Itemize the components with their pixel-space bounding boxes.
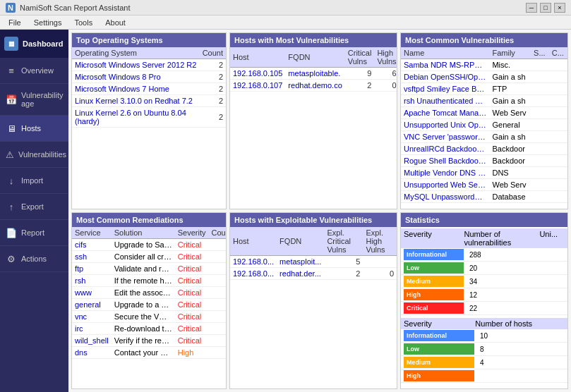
cv-name-cell[interactable]: Samba NDR MS-RPC Request Heap-...	[401, 59, 489, 71]
cv-family-cell: FTP	[489, 83, 531, 95]
host-num-col-header: Number of hosts	[475, 319, 565, 328]
cv-s-cell	[531, 83, 549, 95]
cv-c-cell	[549, 179, 567, 191]
hosts-vulns-table: Host FQDN Critical Vulns High Vulns 192.…	[230, 47, 397, 92]
cv-name-cell[interactable]: Apache Tomcat Manager Common /...	[401, 107, 489, 119]
host-stat-row: Medium4	[401, 356, 567, 369]
sidebar-item-actions[interactable]: ⚙ Actions	[0, 246, 68, 272]
rem-count-cell: 2	[208, 299, 226, 311]
cv-c-cell	[549, 155, 567, 167]
menu-about[interactable]: About	[100, 17, 131, 28]
maximize-button[interactable]: □	[540, 3, 551, 13]
hv-fqdn-cell: metasploitable.	[285, 68, 344, 80]
vuln-count-val: 22	[464, 305, 541, 312]
os-col-header: Operating System	[72, 47, 200, 59]
rem-solution-header: Solution	[112, 227, 175, 239]
os-count-cell: 2	[200, 59, 226, 71]
table-row: generalUpgrade to a newer ve...Critical2	[72, 299, 226, 311]
sidebar-item-import[interactable]: ↓ Import	[0, 168, 68, 194]
sidebar-header: ▦ Dashboard	[0, 30, 68, 58]
rem-solution-cell: Upgrade to Samba ver...	[112, 239, 175, 251]
cv-s-cell	[531, 191, 549, 203]
sidebar-item-report[interactable]: 📄 Report	[0, 220, 68, 246]
vuln-count-val: 12	[464, 291, 541, 299]
cv-name-header: Name	[401, 47, 489, 59]
export-icon: ↑	[6, 201, 17, 212]
sidebar-item-export[interactable]: ↑ Export	[0, 194, 68, 220]
rem-service-cell: dns	[72, 347, 112, 359]
he-host-cell[interactable]: 192.168.0...	[230, 268, 277, 280]
rem-solution-cell: Re-download the soft...	[112, 323, 175, 335]
cv-name-cell[interactable]: vsftpd Smiley Face Backdoor	[401, 83, 489, 95]
sidebar-item-vulnerability-age[interactable]: 📅 Vulnerability age	[0, 84, 68, 116]
cv-name-cell[interactable]: Multiple Vendor DNS Query ID Field I...	[401, 167, 489, 179]
hosts-icon: 🖥	[6, 123, 17, 134]
os-name-cell[interactable]: Microsoft Windows 7 Home	[72, 83, 200, 95]
window-controls: ─ □ ×	[526, 3, 565, 13]
hv-high-cell: 6	[374, 68, 397, 80]
cv-c-cell	[549, 71, 567, 83]
rem-solution-cell: Verify if the remote ho...	[112, 335, 175, 347]
menu-settings[interactable]: Settings	[28, 17, 68, 28]
cv-name-cell[interactable]: UnrealIRCd Backdoor Detection	[401, 143, 489, 155]
vuln-count-val: 20	[464, 264, 541, 272]
minimize-button[interactable]: ─	[526, 3, 537, 13]
menu-file[interactable]: File	[3, 17, 27, 28]
os-name-cell[interactable]: Microsoft Windows 8 Pro	[72, 71, 200, 83]
cv-name-cell[interactable]: VNC Server 'password' Password	[401, 131, 489, 143]
hv-host-cell[interactable]: 192.168.0.105	[230, 68, 285, 80]
cv-name-cell[interactable]: Debian OpenSSH/OpenSSL Package...	[401, 71, 489, 83]
table-row: Microsoft Windows 7 Home2	[72, 83, 226, 95]
hv-fqdn-cell: redhat.demo.co	[285, 80, 344, 92]
os-name-cell[interactable]: Linux Kernel 2.6 on Ubuntu 8.04 (hardy)	[72, 107, 200, 128]
cv-family-cell: Gain a sh	[489, 71, 531, 83]
rem-service-cell: rsh	[72, 275, 112, 287]
close-button[interactable]: ×	[554, 3, 565, 13]
app-icon: N	[6, 3, 16, 13]
vuln-stats-header: Severity Number of vulnerabilities Uni..…	[401, 228, 567, 248]
host-stats-rows: Informational10Low8Medium4High	[401, 329, 567, 383]
hosts-vulns-title: Hosts with Most Vulnerabilities	[230, 33, 397, 47]
os-count-cell: 2	[200, 83, 226, 95]
menu-tools[interactable]: Tools	[68, 17, 98, 28]
cv-s-cell	[531, 59, 549, 71]
sidebar-item-hosts[interactable]: 🖥 Hosts	[0, 116, 68, 142]
table-row: vsftpd Smiley Face BackdoorFTP	[401, 83, 567, 95]
sidebar-item-overview[interactable]: ≡ Overview	[0, 58, 68, 84]
he-expl-high-cell: 0	[363, 268, 397, 280]
rem-service-cell: ssh	[72, 251, 112, 263]
sidebar-label-report: Report	[21, 228, 44, 237]
rem-count-cell: 2	[208, 335, 226, 347]
cv-family-cell: Misc.	[489, 59, 531, 71]
host-severity-bar: Low	[404, 343, 474, 355]
rem-solution-cell: Validate and recompil...	[112, 263, 175, 275]
host-stats-header: Severity Number of hosts	[401, 318, 567, 329]
count-col-header: Count	[200, 47, 226, 59]
cv-name-cell[interactable]: Unsupported Unix Operating System	[401, 119, 489, 131]
cv-name-cell[interactable]: rsh Unauthenticated Access (via fing...	[401, 95, 489, 107]
vulnerabilities-icon: ⚠	[6, 149, 14, 160]
cv-name-cell[interactable]: MySQL Unpassworded Account Che...	[401, 191, 489, 203]
cv-name-cell[interactable]: Rogue Shell Backdoor Detection	[401, 155, 489, 167]
rem-service-header: Service	[72, 227, 112, 239]
sidebar-label-vulnerabilities: Vulnerabilities	[18, 150, 66, 159]
import-icon: ↓	[6, 175, 17, 186]
hv-host-header: Host	[230, 47, 285, 68]
rem-solution-cell: Contact your DNS ser...	[112, 347, 175, 359]
hv-host-cell[interactable]: 192.168.0.107	[230, 80, 285, 92]
rem-count-cell: 2	[208, 311, 226, 323]
statistics-title: Statistics	[401, 213, 567, 227]
table-row: Microsoft Windows 8 Pro2	[72, 71, 226, 83]
os-name-cell[interactable]: Linux Kernel 3.10.0 on Redhat 7.2	[72, 95, 200, 107]
cv-name-cell[interactable]: Unsupported Web Server Detection	[401, 179, 489, 191]
vuln-severity-bar: High	[404, 289, 464, 300]
os-name-cell[interactable]: Microsoft Windows Server 2012 R2	[72, 59, 200, 71]
cv-c-cell	[549, 119, 567, 131]
table-row: Microsoft Windows Server 2012 R22	[72, 59, 226, 71]
actions-icon: ⚙	[6, 253, 17, 264]
host-stat-row: Informational10	[401, 329, 567, 343]
sidebar-item-vulnerabilities[interactable]: ⚠ Vulnerabilities	[0, 142, 68, 168]
sidebar-label-export: Export	[21, 202, 44, 211]
table-row: Debian OpenSSH/OpenSSL Package...Gain a …	[401, 71, 567, 83]
he-host-cell[interactable]: 192.168.0...	[230, 256, 277, 268]
